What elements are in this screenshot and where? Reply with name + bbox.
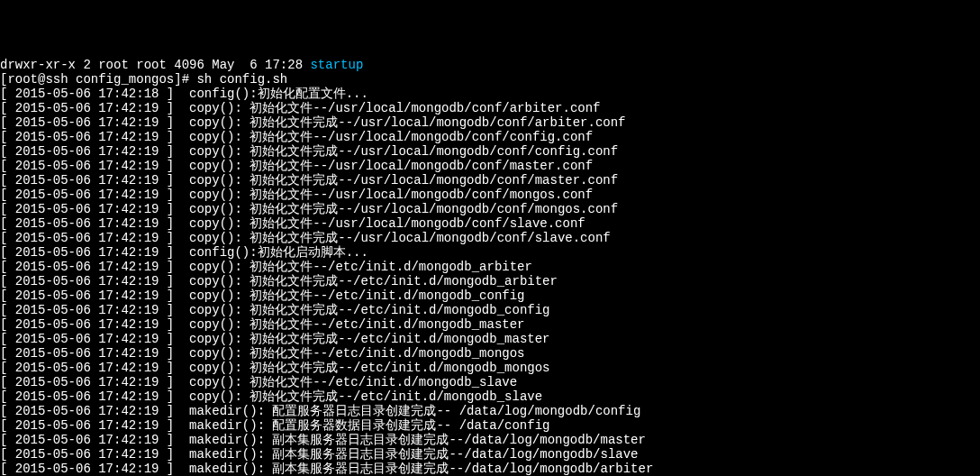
line-text: drwxr-xr-x 2 root root 4096 May 6 17:28 — [0, 58, 310, 72]
line-text: [ 2015-05-06 17:42:19 ] makedir(): 配置服务器… — [0, 404, 640, 418]
terminal-line: [ 2015-05-06 17:42:19 ] makedir(): 配置服务器… — [0, 418, 980, 433]
line-suffix: startup — [310, 58, 363, 72]
terminal-line: [ 2015-05-06 17:42:19 ] copy(): 初始化文件完成-… — [0, 173, 980, 188]
line-text: [ 2015-05-06 17:42:19 ] copy(): 初始化文件--/… — [0, 101, 601, 115]
terminal-line: [root@ssh config_mongos]# sh config.sh — [0, 72, 980, 87]
line-text: [ 2015-05-06 17:42:19 ] copy(): 初始化文件--/… — [0, 188, 593, 202]
line-text: [ 2015-05-06 17:42:19 ] copy(): 初始化文件--/… — [0, 288, 524, 303]
terminal-line: [ 2015-05-06 17:42:19 ] copy(): 初始化文件完成-… — [0, 361, 980, 375]
line-text: [ 2015-05-06 17:42:19 ] copy(): 初始化文件--/… — [0, 375, 517, 389]
line-text: [ 2015-05-06 17:42:19 ] copy(): 初始化文件--/… — [0, 317, 524, 332]
line-text: [ 2015-05-06 17:42:19 ] copy(): 初始化文件--/… — [0, 130, 593, 144]
terminal-line: [ 2015-05-06 17:42:19 ] copy(): 初始化文件--/… — [0, 101, 980, 115]
terminal-line: [ 2015-05-06 17:42:19 ] copy(): 初始化文件完成-… — [0, 274, 980, 288]
line-text: [ 2015-05-06 17:42:19 ] copy(): 初始化文件--/… — [0, 346, 524, 361]
terminal-line: [ 2015-05-06 17:42:19 ] makedir(): 副本集服务… — [0, 433, 980, 447]
line-text: [ 2015-05-06 17:42:19 ] copy(): 初始化文件--/… — [0, 216, 585, 231]
line-text: [ 2015-05-06 17:42:19 ] copy(): 初始化文件完成-… — [0, 202, 618, 216]
terminal-line: [ 2015-05-06 17:42:19 ] copy(): 初始化文件完成-… — [0, 202, 980, 216]
line-text: [ 2015-05-06 17:42:19 ] copy(): 初始化文件完成-… — [0, 115, 626, 130]
line-text: [ 2015-05-06 17:42:19 ] copy(): 初始化文件完成-… — [0, 173, 618, 188]
terminal-line: [ 2015-05-06 17:42:19 ] copy(): 初始化文件--/… — [0, 159, 980, 173]
line-text: [ 2015-05-06 17:42:19 ] config():初始化启动脚本… — [0, 245, 368, 260]
terminal-line: [ 2015-05-06 17:42:19 ] config():初始化启动脚本… — [0, 245, 980, 260]
terminal-line: [ 2015-05-06 17:42:19 ] copy(): 初始化文件完成-… — [0, 389, 980, 404]
terminal-line: [ 2015-05-06 17:42:19 ] copy(): 初始化文件完成-… — [0, 115, 980, 130]
terminal-line: [ 2015-05-06 17:42:19 ] copy(): 初始化文件完成-… — [0, 231, 980, 245]
terminal-line: [ 2015-05-06 17:42:19 ] makedir(): 配置服务器… — [0, 404, 980, 418]
line-text: [ 2015-05-06 17:42:19 ] copy(): 初始化文件完成-… — [0, 361, 549, 375]
terminal-line: [ 2015-05-06 17:42:19 ] makedir(): 副本集服务… — [0, 462, 980, 476]
line-text: [ 2015-05-06 17:42:19 ] copy(): 初始化文件完成-… — [0, 274, 558, 288]
line-text: [ 2015-05-06 17:42:19 ] copy(): 初始化文件--/… — [0, 159, 593, 173]
terminal-line: [ 2015-05-06 17:42:19 ] copy(): 初始化文件--/… — [0, 188, 980, 202]
terminal-line: [ 2015-05-06 17:42:19 ] copy(): 初始化文件完成-… — [0, 332, 980, 346]
line-text: [ 2015-05-06 17:42:19 ] makedir(): 副本集服务… — [0, 447, 638, 462]
line-text: [ 2015-05-06 17:42:19 ] copy(): 初始化文件完成-… — [0, 231, 611, 245]
terminal-line: [ 2015-05-06 17:42:19 ] copy(): 初始化文件--/… — [0, 288, 980, 303]
terminal-line: [ 2015-05-06 17:42:19 ] copy(): 初始化文件--/… — [0, 130, 980, 144]
line-text: [root@ssh config_mongos]# sh config.sh — [0, 72, 287, 87]
terminal-line: [ 2015-05-06 17:42:19 ] makedir(): 副本集服务… — [0, 447, 980, 462]
terminal-line: [ 2015-05-06 17:42:19 ] copy(): 初始化文件--/… — [0, 260, 980, 274]
terminal-output[interactable]: drwxr-xr-x 2 root root 4096 May 6 17:28 … — [0, 58, 980, 476]
line-text: [ 2015-05-06 17:42:19 ] copy(): 初始化文件完成-… — [0, 332, 549, 346]
terminal-line: [ 2015-05-06 17:42:19 ] copy(): 初始化文件--/… — [0, 216, 980, 231]
terminal-line: drwxr-xr-x 2 root root 4096 May 6 17:28 … — [0, 58, 980, 72]
line-text: [ 2015-05-06 17:42:18 ] config():初始化配置文件… — [0, 87, 368, 101]
line-text: [ 2015-05-06 17:42:19 ] copy(): 初始化文件完成-… — [0, 144, 618, 159]
line-text: [ 2015-05-06 17:42:19 ] makedir(): 副本集服务… — [0, 433, 646, 447]
line-text: [ 2015-05-06 17:42:19 ] copy(): 初始化文件--/… — [0, 260, 532, 274]
terminal-line: [ 2015-05-06 17:42:19 ] copy(): 初始化文件--/… — [0, 375, 980, 389]
line-text: [ 2015-05-06 17:42:19 ] makedir(): 配置服务器… — [0, 418, 549, 433]
terminal-line: [ 2015-05-06 17:42:19 ] copy(): 初始化文件--/… — [0, 317, 980, 332]
terminal-line: [ 2015-05-06 17:42:18 ] config():初始化配置文件… — [0, 87, 980, 101]
line-text: [ 2015-05-06 17:42:19 ] copy(): 初始化文件完成-… — [0, 303, 549, 317]
terminal-line: [ 2015-05-06 17:42:19 ] copy(): 初始化文件完成-… — [0, 303, 980, 317]
line-text: [ 2015-05-06 17:42:19 ] copy(): 初始化文件完成-… — [0, 389, 542, 404]
terminal-line: [ 2015-05-06 17:42:19 ] copy(): 初始化文件--/… — [0, 346, 980, 361]
line-text: [ 2015-05-06 17:42:19 ] makedir(): 副本集服务… — [0, 462, 653, 476]
terminal-line: [ 2015-05-06 17:42:19 ] copy(): 初始化文件完成-… — [0, 144, 980, 159]
